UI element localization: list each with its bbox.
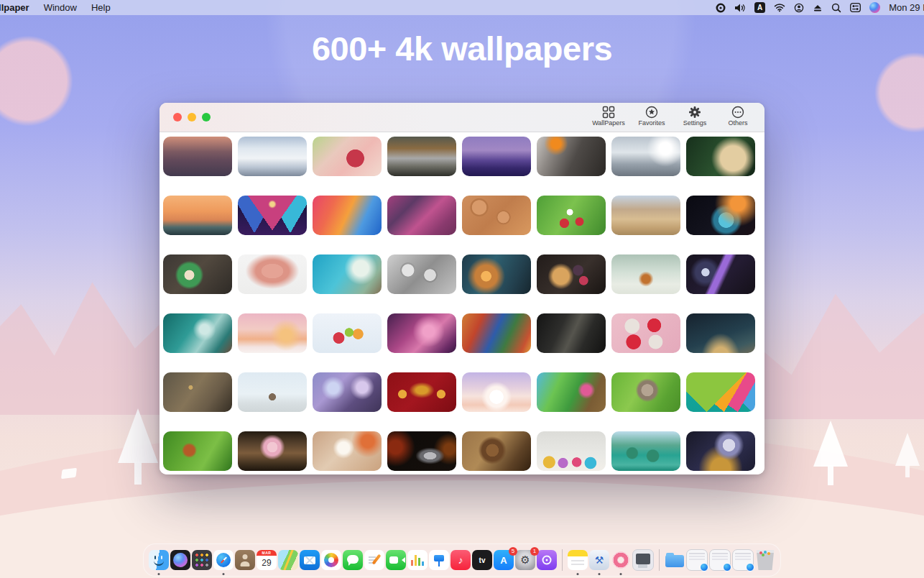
record-icon[interactable] [716,3,726,13]
dock-facetime-icon[interactable] [386,550,406,570]
dock-safari-icon[interactable] [213,550,234,570]
wallpaper-thumb-suv-snowy-road[interactable] [611,137,680,176]
dock-music-icon[interactable]: ♪ [451,550,471,570]
wallpaper-thumb-abstract-city-painting[interactable] [462,313,531,353]
dock-screenshot-preview-icon[interactable] [632,549,654,571]
dock-trash-icon[interactable] [755,550,775,570]
menu-bar-clock[interactable]: Mon 29 M [889,2,924,13]
wallpaper-thumb-turquoise-reef[interactable] [313,254,382,294]
wallpaper-thumb-big-sur-waves[interactable] [313,196,382,235]
dock-maps-icon[interactable] [278,550,298,570]
account-icon[interactable] [794,3,804,13]
dock-calendar-icon[interactable]: MAR29 [257,550,277,570]
siri-icon[interactable] [869,2,880,13]
wallpaper-thumb-love-cupcakes[interactable] [611,313,680,353]
wallpaper-thumb-yosemite-firefall[interactable] [537,137,606,176]
wallpaper-thumb-squirrel-green-grass[interactable] [163,431,232,471]
wallpaper-thumb-temple-blossoms[interactable] [238,431,307,471]
dock-numbers-icon[interactable] [407,550,428,570]
wallpaper-thumb-grand-canyon-airship[interactable] [163,137,232,176]
tab-wallpapers[interactable]: WallPapers [592,106,625,127]
wallpaper-thumb-neon-pyramids[interactable] [238,196,307,235]
wallpaper-thumb-blue-flower-glow[interactable] [686,196,755,235]
wallpaper-thumb-gray-droplets[interactable] [387,254,456,294]
menu-item-help[interactable]: Help [91,2,111,13]
dock-minimized-window-icon[interactable] [686,549,708,571]
wallpaper-thumb-cranes-at-sunset[interactable] [238,313,307,353]
wallpaper-thumb-birthday-cupcakes[interactable] [537,431,606,471]
dock-podcasts-icon[interactable] [537,550,557,570]
search-icon[interactable] [831,3,841,13]
dock-keynote-icon[interactable] [429,550,449,570]
tab-settings[interactable]: Settings [678,106,711,127]
wallpaper-thumb-teal-lowpoly-mountains[interactable] [686,372,755,412]
wallpaper-thumb-pink-ink-cloud[interactable] [238,254,307,294]
wallpaper-thumb-wild-strawberries[interactable] [537,196,606,235]
dock-minimized-window-icon[interactable] [709,549,731,571]
wallpaper-thumb-snowy-mountain-climbers[interactable] [238,137,307,176]
wallpaper-thumb-misty-autumn-lake[interactable] [387,137,456,176]
wallpaper-thumb-pancakes-berries[interactable] [537,254,606,294]
dock-xcode-icon[interactable]: ⚒ [589,550,609,570]
input-source-icon[interactable]: A [754,2,765,13]
wallpaper-thumb-milky-way-horizon[interactable] [686,313,755,353]
dock-contacts-icon[interactable] [235,550,255,570]
menu-item-window[interactable]: Window [44,2,77,13]
wallpaper-thumb-owl-closeup[interactable] [163,372,232,412]
wallpaper-thumb-sunset-beach-tower[interactable] [163,196,232,235]
wallpaper-thumb-train-station-lights[interactable] [462,254,531,294]
wallpaper-thumb-rifle-dark[interactable] [537,313,606,353]
wallpaper-thumb-teal-ocean-waves[interactable] [163,313,232,353]
wallpaper-thumb-brown-eggs[interactable] [462,196,531,235]
dock-downloads-folder-icon[interactable] [665,550,685,570]
zoom-window-button[interactable] [202,113,211,121]
wallpaper-thumb-labrador-dog[interactable] [686,137,755,176]
dock-finder-icon[interactable] [149,550,169,570]
volume-icon[interactable] [734,4,746,12]
close-window-button[interactable] [173,113,182,121]
wallpaper-thumb-cartoon-valley[interactable] [537,372,606,412]
wallpaper-thumb-dog-on-ledge[interactable] [238,372,307,412]
wallpaper-thumb-lion-portrait[interactable] [462,431,531,471]
dock-system-preferences-icon[interactable]: ⚙1 [515,550,535,570]
dock-wallpaper-app-icon[interactable] [611,550,631,570]
dock-mail-icon[interactable] [300,550,320,570]
wallpaper-thumb-pink-nebula[interactable] [387,313,456,353]
menu-app-name[interactable]: Wallpaper [0,2,29,13]
tab-others[interactable]: Others [721,106,754,127]
wallpaper-thumb-green-latte[interactable] [163,254,232,294]
dock-photos-icon[interactable] [321,550,341,570]
wallpaper-thumb-anime-girls[interactable] [313,372,382,412]
hero-title: 600+ 4k wallpapers [0,29,924,68]
dock-notes-icon[interactable] [568,550,588,570]
dock-pages-icon[interactable] [364,550,384,570]
dock-messages-icon[interactable] [343,550,363,570]
wallpaper-thumb-squirrel-in-snow[interactable] [611,254,680,294]
dock-launchpad-icon[interactable] [192,550,212,570]
wallpaper-thumb-fruit-splash[interactable] [313,313,382,353]
window-titlebar[interactable]: WallPapers Favorites Settings Others [160,103,764,132]
wallpaper-thumb-dove-autumn-leaves[interactable] [313,431,382,471]
tab-favorites[interactable]: Favorites [635,106,668,127]
wallpaper-thumb-pink-blossoms[interactable] [387,196,456,235]
wallpaper-thumb-galaxy-light-beam[interactable] [686,254,755,294]
control-center-icon[interactable] [850,3,861,12]
wallpaper-thumb-fantasy-moon-scene[interactable] [686,431,755,471]
dock: MAR29♪tvA5⚙1⚒ [143,543,781,577]
minimize-window-button[interactable] [188,113,196,121]
wallpaper-thumb-cherry-bowl[interactable] [313,137,382,176]
dock-app-store-icon[interactable]: A5 [494,550,514,570]
wallpaper-thumb-chinese-new-year-red[interactable] [387,372,456,412]
dock-tv-icon[interactable]: tv [472,550,492,570]
wallpaper-thumb-kitten-grass[interactable] [611,372,680,412]
wallpaper-thumb-desert-canyon[interactable] [611,196,680,235]
wallpaper-thumb-halong-bay[interactable] [611,431,680,471]
wifi-icon[interactable] [774,3,785,12]
dock-minimized-window-icon[interactable] [732,549,754,571]
wallpaper-thumb-pastel-sunrise[interactable] [462,372,531,412]
ellipsis-circle-icon [731,106,744,119]
dock-siri-icon[interactable] [170,550,190,570]
eject-icon[interactable] [813,4,823,12]
wallpaper-thumb-sports-car-dark[interactable] [387,431,456,471]
wallpaper-thumb-overwater-bungalows-night[interactable] [462,137,531,176]
